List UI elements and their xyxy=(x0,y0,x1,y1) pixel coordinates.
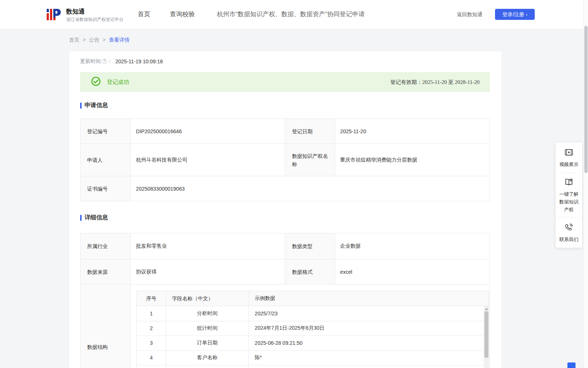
update-time-row: 更新时间 ? ： 2025-11-19 10:09:18 xyxy=(80,58,490,65)
detail-info-table: 所属行业 批发和零售业 数据类型 企业数据 数据来源 协议获得 数据格式 exc… xyxy=(80,233,490,368)
page-scrollbar[interactable] xyxy=(583,0,588,368)
back-to-top-button[interactable] xyxy=(567,362,576,368)
brand-subtitle: 浙江省数据知识产权登记平台 xyxy=(66,17,123,23)
top-header: 数知通 浙江省数据知识产权登记平台 首页 查询校验 杭州市“数据知识产权、数据、… xyxy=(0,0,588,29)
apply-info-section-title: 申请信息 xyxy=(80,102,490,109)
login-register-label: 登录/注册 xyxy=(502,11,524,17)
validity-value: 2025-11-20 至 2028-11-20 xyxy=(422,79,480,85)
table-row: 申请人 杭州斗谷科技有限公司 数据知识产权名称 重庆市祛痘精华消费能力分层数据 xyxy=(80,144,490,176)
divider xyxy=(562,173,576,173)
reg-no-label: 登记编号 xyxy=(80,119,131,144)
col-header-field-name: 字段名称（中文） xyxy=(166,291,249,306)
update-time-value: 2025-11-19 10:09:18 xyxy=(115,59,163,64)
login-register-button[interactable]: 登录/注册› xyxy=(495,9,535,20)
table-row: 数据结构 序号 字段名称（中文） 示例数据 1 分析时间 2025/7/23 xyxy=(80,284,490,368)
structure-row: 3 订单日期 2025-06-28 09:21:50 xyxy=(137,336,484,350)
field-name-cell: 客户名称 xyxy=(166,350,249,365)
phone-icon xyxy=(558,223,580,233)
sample-data-cell: 陈* xyxy=(249,350,484,365)
sample-data-cell: 2025-06-28 09:21:50 xyxy=(249,336,484,350)
apply-info-table: 登记编号 DIP2025000016646 登记日期 2025-11-20 申请… xyxy=(80,118,490,201)
table-row: 数据来源 协议获得 数据格式 excel xyxy=(80,259,490,284)
data-structure-cell: 序号 字段名称（中文） 示例数据 1 分析时间 2025/7/23 2 xyxy=(131,284,490,368)
section-bar-icon xyxy=(80,103,82,109)
ip-name-label: 数据知识产权名称 xyxy=(285,144,335,176)
sample-data-cell: 2024年7月1日-2025年6月30日 xyxy=(249,321,484,336)
page-scrollbar-thumb[interactable] xyxy=(584,26,588,173)
nav-item-hangzhou-registration[interactable]: 杭州市“数据知识产权、数据、数据资产”协同登记申请 xyxy=(217,0,365,29)
apply-info-title-text: 申请信息 xyxy=(85,102,108,109)
field-name-cell: 订单日期 xyxy=(166,336,249,350)
structure-table-body: 1 分析时间 2025/7/23 2 统计时间 2024年7月1日-2025年6… xyxy=(136,306,484,368)
data-type-value: 企业数据 xyxy=(335,233,490,259)
structure-table: 序号 字段名称（中文） 示例数据 1 分析时间 2025/7/23 2 xyxy=(136,291,489,368)
data-source-label: 数据来源 xyxy=(80,259,131,284)
breadcrumb-notice[interactable]: 公告 xyxy=(89,37,99,43)
seq-cell: 4 xyxy=(137,350,166,365)
back-to-shuzhitong-link[interactable]: 返回数知通 xyxy=(457,0,483,29)
seq-cell: 2 xyxy=(137,321,166,336)
colon: ： xyxy=(107,58,112,65)
breadcrumb-separator: > xyxy=(103,37,105,43)
data-format-label: 数据格式 xyxy=(285,259,335,284)
floating-widget-contact: 联系我们 xyxy=(556,218,582,248)
industry-value: 批发和零售业 xyxy=(131,233,285,259)
reg-no-value: DIP2025000016646 xyxy=(131,119,285,144)
nav-item-home[interactable]: 首页 xyxy=(138,0,150,29)
one-click-guide-label[interactable]: 一键了解数据知识产权 xyxy=(558,190,580,213)
status-text: 登记成功 xyxy=(107,79,129,86)
floating-widget-top: 视频展示 一键了解数据知识产权 xyxy=(556,142,582,219)
data-source-value: 协议获得 xyxy=(131,259,285,284)
cert-no-value: 20250833000019063 xyxy=(131,176,490,201)
field-name-cell: 分析时间 xyxy=(166,306,249,321)
breadcrumb: 首页 > 公告 > 查看详情 xyxy=(69,37,129,43)
video-showcase-label[interactable]: 视频展示 xyxy=(558,160,580,168)
col-header-seq: 序号 xyxy=(137,291,166,306)
ip-name-value: 重庆市祛痘精华消费能力分层数据 xyxy=(335,144,490,176)
scroll-up-arrow-icon[interactable] xyxy=(485,308,488,310)
structure-row: 4 客户名称 陈* xyxy=(137,350,484,365)
table-row: 登记编号 DIP2025000016646 登记日期 2025-11-20 xyxy=(80,119,490,144)
applicant-label: 申请人 xyxy=(80,144,131,176)
help-question-icon[interactable]: ? xyxy=(102,59,107,64)
brand-logo-icon xyxy=(46,6,62,22)
sample-data-cell: 2025/7/23 xyxy=(249,306,484,321)
seq-cell: 3 xyxy=(137,336,166,350)
breadcrumb-home[interactable]: 首页 xyxy=(69,37,79,43)
book-icon xyxy=(558,177,580,188)
structure-row-partial xyxy=(137,365,484,368)
structure-row: 1 分析时间 2025/7/23 xyxy=(137,306,484,321)
reg-date-label: 登记日期 xyxy=(285,119,335,144)
check-circle-icon xyxy=(91,77,101,88)
update-time-label: 更新时间 xyxy=(80,58,101,65)
structure-table-header: 序号 字段名称（中文） 示例数据 xyxy=(136,291,489,306)
data-structure-label: 数据结构 xyxy=(80,284,131,368)
breadcrumb-current-detail[interactable]: 查看详情 xyxy=(109,37,129,43)
scrollbar-thumb[interactable] xyxy=(484,311,488,358)
registration-success-banner: 登记成功 登记有效期：2025-11-20 至 2028-11-20 xyxy=(80,72,490,92)
detail-info-title-text: 详细信息 xyxy=(85,214,108,222)
validity-period: 登记有效期：2025-11-20 至 2028-11-20 xyxy=(390,79,480,86)
table-row: 所属行业 批发和零售业 数据类型 企业数据 xyxy=(80,233,490,259)
detail-card: 更新时间 ? ： 2025-11-19 10:09:18 登记成功 登记有效期：… xyxy=(69,52,501,368)
nav-item-query-verify[interactable]: 查询校验 xyxy=(170,0,195,29)
validity-label: 登记有效期： xyxy=(390,79,422,85)
cert-no-label: 证书编号 xyxy=(80,176,131,201)
contact-us-label[interactable]: 联系我们 xyxy=(558,236,580,243)
detail-info-section-title: 详细信息 xyxy=(80,214,490,222)
structure-table-scrollbar[interactable] xyxy=(484,306,489,368)
structure-row: 2 统计时间 2024年7月1日-2025年6月30日 xyxy=(137,321,484,336)
video-icon xyxy=(558,148,580,158)
industry-label: 所属行业 xyxy=(80,233,131,259)
field-name-cell: 统计时间 xyxy=(166,321,249,336)
applicant-value: 杭州斗谷科技有限公司 xyxy=(131,144,285,176)
table-row: 证书编号 20250833000019063 xyxy=(80,176,490,201)
data-format-value: excel xyxy=(335,259,490,284)
brand-name: 数知通 xyxy=(66,7,85,16)
col-header-sample-data: 示例数据 xyxy=(249,295,489,302)
breadcrumb-separator: > xyxy=(83,37,86,43)
reg-date-value: 2025-11-20 xyxy=(335,119,490,144)
chevron-right-icon: › xyxy=(526,12,527,17)
data-type-label: 数据类型 xyxy=(285,233,335,259)
section-bar-icon xyxy=(80,215,82,221)
